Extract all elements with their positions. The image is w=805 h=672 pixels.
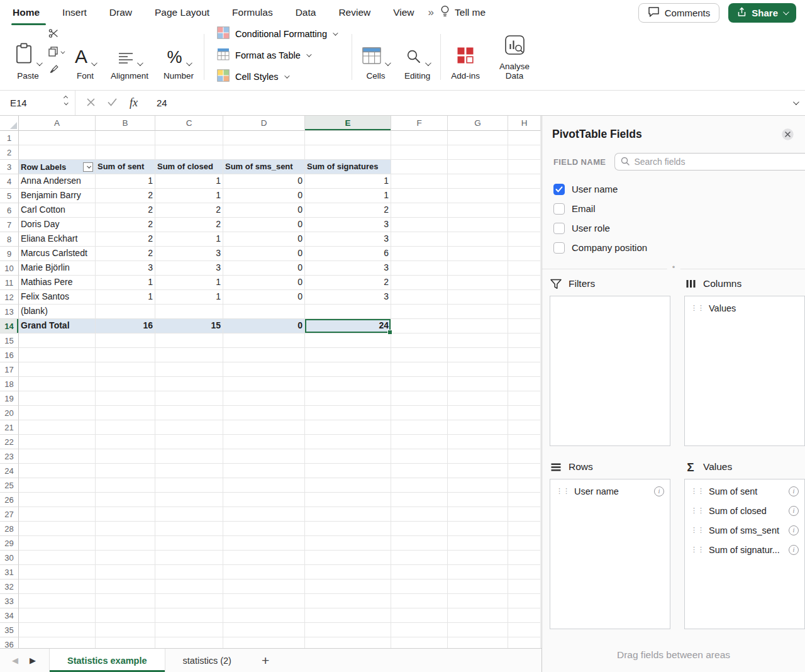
cell-E29[interactable] — [305, 536, 391, 551]
col-header-B[interactable]: B — [96, 116, 155, 131]
menu-tab-page-layout[interactable]: Page Layout — [143, 0, 221, 25]
checked-checkbox[interactable] — [553, 184, 565, 195]
cell-A18[interactable] — [19, 377, 96, 391]
cell-H3[interactable] — [508, 160, 541, 174]
cell-C27[interactable] — [155, 507, 223, 522]
cell-E12[interactable]: 3 — [305, 290, 391, 305]
drag-handle-icon[interactable]: ⋮⋮ — [691, 526, 704, 534]
cell-G30[interactable] — [448, 551, 508, 565]
filters-drop-box[interactable] — [550, 296, 670, 446]
row-header-30[interactable]: 30 — [0, 551, 19, 565]
cell-G4[interactable] — [448, 174, 508, 189]
cell-H25[interactable] — [508, 478, 541, 493]
cell-F11[interactable] — [391, 276, 448, 290]
cell-E27[interactable] — [305, 507, 391, 522]
cell-F24[interactable] — [391, 464, 448, 478]
cell-E8[interactable]: 3 — [305, 232, 391, 247]
cell-G6[interactable] — [448, 203, 508, 218]
cell-G27[interactable] — [448, 507, 508, 522]
cell-A2[interactable] — [19, 145, 96, 160]
cell-C4[interactable]: 1 — [155, 174, 223, 189]
cell-B3[interactable]: Sum of sent — [96, 160, 155, 174]
cell-B31[interactable] — [96, 565, 155, 580]
row-header-27[interactable]: 27 — [0, 507, 19, 522]
sheet-tab-statistics-example[interactable]: Statistics example — [49, 649, 165, 672]
cell-F3[interactable] — [391, 160, 448, 174]
drag-handle-icon[interactable]: ⋮⋮ — [691, 546, 704, 554]
cell-C28[interactable] — [155, 522, 223, 536]
cell-B24[interactable] — [96, 464, 155, 478]
cell-F36[interactable] — [391, 637, 448, 648]
cell-C12[interactable]: 1 — [155, 290, 223, 305]
menu-tab-draw[interactable]: Draw — [98, 0, 143, 25]
cell-B35[interactable] — [96, 623, 155, 637]
row-header-24[interactable]: 24 — [0, 464, 19, 478]
cell-H9[interactable] — [508, 247, 541, 261]
cell-E21[interactable] — [305, 420, 391, 435]
row-header-28[interactable]: 28 — [0, 522, 19, 536]
cell-G5[interactable] — [448, 189, 508, 203]
cell-H13[interactable] — [508, 305, 541, 319]
cell-G20[interactable] — [448, 406, 508, 420]
cell-H35[interactable] — [508, 623, 541, 637]
cell-G18[interactable] — [448, 377, 508, 391]
cell-C18[interactable] — [155, 377, 223, 391]
cell-C35[interactable] — [155, 623, 223, 637]
row-header-3[interactable]: 3 — [0, 160, 19, 174]
cell-G25[interactable] — [448, 478, 508, 493]
field-row-company-position[interactable]: Company position — [553, 238, 794, 257]
cell-A27[interactable] — [19, 507, 96, 522]
cell-A23[interactable] — [19, 449, 96, 464]
cell-F35[interactable] — [391, 623, 448, 637]
drag-handle-icon[interactable]: ⋮⋮ — [691, 507, 704, 515]
cell-A1[interactable] — [19, 131, 96, 145]
cell-A22[interactable] — [19, 435, 96, 449]
cell-E5[interactable]: 1 — [305, 189, 391, 203]
cell-C17[interactable] — [155, 362, 223, 377]
row-header-16[interactable]: 16 — [0, 348, 19, 362]
info-icon[interactable]: i — [789, 545, 799, 555]
cell-H24[interactable] — [508, 464, 541, 478]
col-header-E[interactable]: E — [305, 116, 391, 131]
add-sheet-button[interactable]: + — [249, 653, 282, 668]
cell-D25[interactable] — [223, 478, 305, 493]
col-header-H[interactable]: H — [508, 116, 541, 131]
cell-G10[interactable] — [448, 261, 508, 276]
cell-A12[interactable]: Felix Santos — [19, 290, 96, 305]
cell-G8[interactable] — [448, 232, 508, 247]
cell-C13[interactable] — [155, 305, 223, 319]
close-panel-icon[interactable] — [780, 127, 795, 142]
cell-A15[interactable] — [19, 333, 96, 348]
share-button[interactable]: Share — [728, 3, 796, 23]
drag-handle-icon[interactable]: ⋮⋮ — [691, 487, 704, 495]
cell-B34[interactable] — [96, 608, 155, 623]
unchecked-checkbox[interactable] — [553, 203, 565, 215]
cell-G23[interactable] — [448, 449, 508, 464]
cell-C9[interactable]: 3 — [155, 247, 223, 261]
cell-H5[interactable] — [508, 189, 541, 203]
alignment-button[interactable]: Alignment — [103, 26, 156, 87]
cell-F4[interactable] — [391, 174, 448, 189]
cell-A17[interactable] — [19, 362, 96, 377]
cell-H14[interactable] — [508, 319, 541, 333]
cell-C5[interactable]: 1 — [155, 189, 223, 203]
cell-E30[interactable] — [305, 551, 391, 565]
cell-H1[interactable] — [508, 131, 541, 145]
row-header-22[interactable]: 22 — [0, 435, 19, 449]
cell-D9[interactable]: 0 — [223, 247, 305, 261]
cell-F10[interactable] — [391, 261, 448, 276]
cell-E23[interactable] — [305, 449, 391, 464]
insert-function-icon[interactable]: fx — [130, 96, 138, 109]
cell-F19[interactable] — [391, 391, 448, 406]
cell-A20[interactable] — [19, 406, 96, 420]
pivot-field-item-sum-of-sms-sent[interactable]: ⋮⋮Sum of sms_senti — [685, 520, 804, 540]
cell-D32[interactable] — [223, 580, 305, 594]
drag-handle-icon[interactable]: ⋮⋮ — [691, 304, 704, 312]
cell-E10[interactable]: 3 — [305, 261, 391, 276]
cell-D14[interactable]: 0 — [223, 319, 305, 333]
cell-C25[interactable] — [155, 478, 223, 493]
row-header-4[interactable]: 4 — [0, 174, 19, 189]
cell-G3[interactable] — [448, 160, 508, 174]
cell-F34[interactable] — [391, 608, 448, 623]
cell-A10[interactable]: Marie Björlin — [19, 261, 96, 276]
